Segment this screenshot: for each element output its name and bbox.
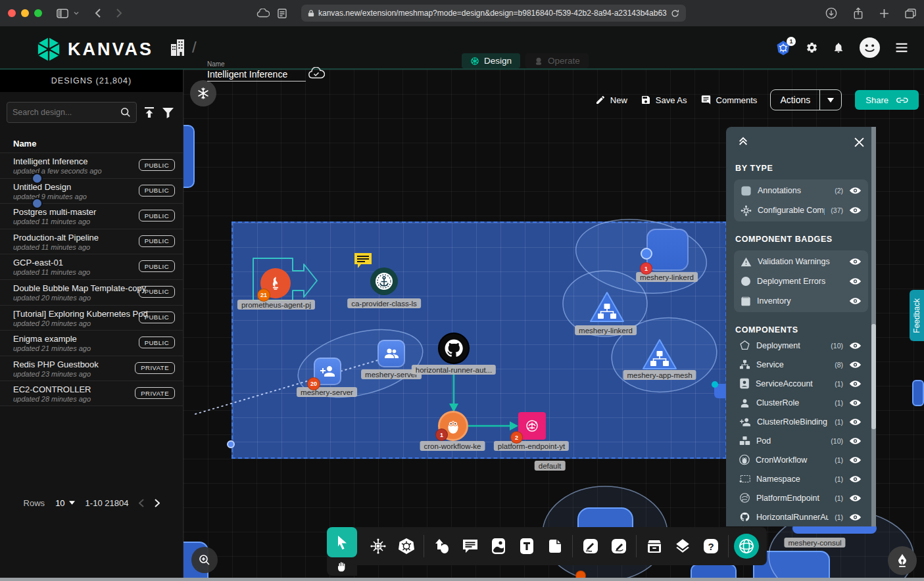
sketch-tool[interactable] (604, 532, 633, 561)
design-row[interactable]: GCP-east-01 updated 11 minutes ago PUBLI… (0, 254, 183, 279)
error-count-badge[interactable]: 1 (640, 262, 652, 275)
eye-icon[interactable] (849, 297, 862, 305)
new-tab-icon[interactable] (879, 9, 889, 18)
eye-icon[interactable] (849, 494, 862, 502)
new-button[interactable]: New (595, 95, 627, 105)
share-icon[interactable] (853, 7, 863, 20)
chevron-down-icon[interactable] (74, 11, 79, 15)
comments-button[interactable]: Comments (700, 95, 758, 105)
hamburger-menu-icon[interactable] (895, 43, 908, 53)
eye-icon[interactable] (849, 380, 862, 388)
whiteboard-pen-tool[interactable] (576, 532, 604, 561)
next-page-icon[interactable] (155, 499, 160, 507)
rows-per-page-select[interactable]: 10 (55, 498, 74, 508)
design-row[interactable]: Untitled Design updated 9 minutes ago PU… (0, 178, 183, 204)
eye-icon[interactable] (849, 206, 862, 214)
component-shapes-tool[interactable] (364, 532, 392, 561)
tab-overview-icon[interactable] (905, 9, 916, 18)
component-row-service[interactable]: Service (8) (734, 355, 868, 374)
sidebar-toggle-icon[interactable] (57, 9, 68, 18)
node-meshery-linkerd-2[interactable] (589, 290, 625, 323)
freeze-layout-button[interactable] (190, 80, 216, 106)
tab-design[interactable]: Design (462, 53, 520, 68)
zoom-button[interactable] (191, 547, 218, 573)
meshery-dock-button[interactable] (732, 532, 760, 561)
node-meshery-linkerd-1[interactable] (646, 229, 689, 271)
save-as-button[interactable]: Save As (641, 95, 687, 105)
eye-icon[interactable] (849, 277, 862, 285)
component-row-serviceaccount[interactable]: ServiceAccount (1) (734, 374, 868, 393)
pan-tool[interactable] (327, 557, 357, 576)
share-button[interactable]: Share (855, 90, 919, 110)
eye-icon[interactable] (849, 456, 862, 464)
badge-row-deployment-errors[interactable]: Deployment Errors (738, 271, 864, 291)
error-count-badge[interactable]: 1 (435, 429, 448, 441)
design-row[interactable]: [Tutorial] Exploring Kubernetes Pod upda… (0, 305, 183, 331)
select-tool[interactable] (327, 527, 357, 557)
node-horizontal-runner[interactable] (438, 333, 470, 364)
kubernetes-context-button[interactable]: 1 (775, 40, 791, 56)
close-panel-icon[interactable] (854, 137, 864, 147)
warning-count-badge[interactable]: 2 (510, 431, 523, 444)
address-bar[interactable]: kanvas.new/extension/meshmap?mode=design… (301, 5, 686, 22)
component-row-namespace[interactable]: Namespace (1) (734, 469, 868, 488)
downloads-icon[interactable] (825, 7, 837, 19)
comment-tool[interactable] (456, 532, 484, 561)
design-row[interactable]: Intelligent Inference updated a few seco… (0, 152, 183, 178)
design-row[interactable]: EC2-CONTROLLER updated 28 minutes ago PR… (0, 381, 183, 406)
window-close-button[interactable] (8, 9, 16, 17)
shapes-tool[interactable] (427, 532, 456, 561)
panel-scrollbar[interactable] (871, 127, 876, 526)
settings-gear-icon[interactable] (806, 41, 818, 54)
layer-row-configurable[interactable]: Configurable Compon (37) (738, 200, 864, 220)
help-tool[interactable]: ? (696, 532, 725, 561)
window-minimize-button[interactable] (21, 9, 29, 17)
filter-icon[interactable] (162, 107, 174, 118)
component-row-cronworkflow[interactable]: CronWorkflow (1) (734, 450, 868, 469)
drawer-tool[interactable] (640, 532, 668, 561)
eye-icon[interactable] (849, 513, 862, 521)
design-row[interactable]: Enigma example updated 21 minutes ago PU… (0, 330, 183, 356)
eye-icon[interactable] (849, 361, 862, 369)
design-name-input[interactable] (207, 68, 306, 81)
collapse-panel-icon[interactable] (738, 137, 748, 147)
node-ca-provider[interactable] (370, 267, 398, 295)
warning-count-badge[interactable]: 21 (257, 289, 270, 302)
panel-scrollbar-thumb[interactable] (871, 324, 876, 429)
image-tool[interactable] (484, 532, 512, 561)
kanvas-logo[interactable]: KANVAS (36, 36, 153, 62)
reader-view-icon[interactable] (278, 9, 287, 18)
reload-icon[interactable] (671, 9, 679, 18)
organization-icon[interactable] (170, 38, 185, 57)
text-tool[interactable] (512, 532, 541, 561)
eye-icon[interactable] (849, 475, 862, 483)
note-tool[interactable] (541, 532, 569, 561)
tab-operate[interactable]: Operate (525, 53, 589, 68)
eye-icon[interactable] (849, 418, 862, 426)
design-row[interactable]: Production-alt Pipeline updated 11 minut… (0, 229, 183, 254)
badge-row-inventory[interactable]: Inventory (738, 291, 864, 311)
kubernetes-tool[interactable] (392, 532, 420, 561)
design-search-input[interactable] (12, 108, 120, 117)
component-row-clusterrolebinding[interactable]: ClusterRoleBinding (1) (734, 412, 868, 431)
icloud-icon[interactable] (256, 9, 270, 18)
comment-annotation-icon[interactable] (353, 252, 373, 269)
notifications-bell-icon[interactable] (833, 41, 844, 54)
warning-count-badge[interactable]: 20 (307, 377, 320, 390)
window-zoom-button[interactable] (34, 9, 42, 17)
region-resize-handle[interactable] (227, 440, 235, 448)
feedback-tab[interactable]: Feedback (910, 290, 924, 341)
import-design-icon[interactable] (143, 106, 156, 118)
component-row-clusterrole[interactable]: ClusterRole (1) (734, 393, 868, 412)
design-row[interactable]: Postgres multi-master updated 11 minutes… (0, 203, 183, 229)
design-row[interactable]: Redis PHP Guestbook updated 23 minutes a… (0, 356, 183, 381)
design-row[interactable]: Double Bubble Map Template-copy updated … (0, 279, 183, 305)
component-row-platformendpoint[interactable]: PlatformEndpoint (1) (734, 488, 868, 507)
badge-row-validation-warnings[interactable]: Validation Warnings (738, 252, 864, 271)
layers-tool[interactable] (668, 532, 696, 561)
eye-icon[interactable] (849, 258, 862, 266)
node-meshery-app-mesh[interactable] (641, 338, 678, 371)
pen-button[interactable] (888, 546, 917, 575)
component-row-deployment[interactable]: Deployment (10) (734, 336, 868, 355)
node-meshery-server-2[interactable] (377, 340, 405, 367)
